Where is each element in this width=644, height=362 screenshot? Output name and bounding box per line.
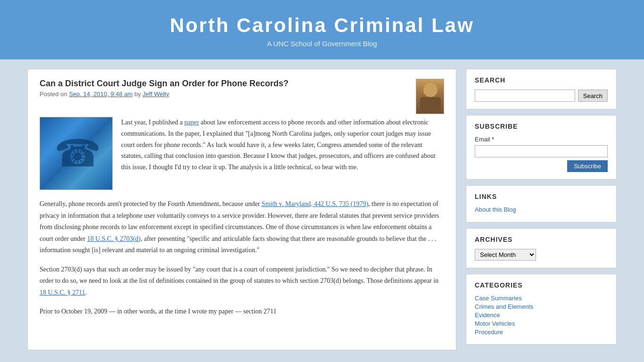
- post-date-link[interactable]: Sep. 14, 2010, 9:48 am: [69, 90, 132, 98]
- post-title-meta: Can a District Court Judge Sign an Order…: [40, 79, 289, 106]
- post-image: [40, 117, 113, 190]
- archives-select[interactable]: Select MonthOctober 2010September 2010Au…: [475, 249, 536, 261]
- search-input[interactable]: [475, 90, 575, 102]
- paper-link[interactable]: paper: [184, 119, 199, 126]
- category-link[interactable]: Procedure: [475, 329, 608, 336]
- links-section: LINKS About this Blog: [466, 185, 617, 222]
- category-link[interactable]: Evidence: [475, 312, 608, 319]
- body-paragraph-3: Prior to October 19, 2009 — in other wor…: [40, 306, 444, 318]
- main-content: Can a District Court Judge Sign an Order…: [27, 69, 456, 350]
- category-link[interactable]: Case Summaries: [475, 295, 608, 302]
- subscribe-form: Email * Subscribe: [475, 136, 608, 172]
- author-image: [416, 79, 444, 114]
- search-button[interactable]: Search: [578, 90, 608, 102]
- post-title: Can a District Court Judge Sign an Order…: [40, 79, 289, 89]
- archives-heading: ARCHIVES: [475, 236, 608, 243]
- site-subtitle: A UNC School of Government Blog: [9, 40, 635, 48]
- subscribe-section: SUBSCRIBE Email * Subscribe: [466, 115, 617, 180]
- email-input[interactable]: [475, 145, 608, 157]
- search-section: SEARCH Search: [466, 69, 617, 109]
- usc-2703d-link[interactable]: 18 U.S.C. § 2703(d): [87, 235, 141, 242]
- post-body: Generally, phone records aren't protecte…: [40, 198, 444, 318]
- smith-v-maryland-link[interactable]: Smith v. Maryland, 442 U.S. 735 (1979): [262, 200, 368, 207]
- category-link[interactable]: Motor Vehicles: [475, 320, 608, 327]
- site-title: North Carolina Criminal Law: [9, 14, 635, 37]
- post-intro-text: Last year, I published a paper about law…: [121, 117, 444, 190]
- categories-section: CATEGORIES Case SummariesCrimes and Elem…: [466, 274, 617, 345]
- search-row: Search: [475, 90, 608, 102]
- category-link[interactable]: Crimes and Elements: [475, 303, 608, 310]
- archives-section: ARCHIVES Select MonthOctober 2010Septemb…: [466, 228, 617, 268]
- page-wrapper: Can a District Court Judge Sign an Order…: [23, 69, 621, 350]
- usc-2711-link[interactable]: 18 U.S.C. § 2711: [40, 289, 85, 296]
- by-label: by: [134, 90, 141, 98]
- site-header: North Carolina Criminal Law A UNC School…: [0, 0, 644, 59]
- body-paragraph-2: Section 2703(d) says that such an order …: [40, 264, 444, 299]
- subscribe-button[interactable]: Subscribe: [567, 160, 608, 172]
- links-list: About this Blog: [475, 206, 608, 213]
- search-heading: SEARCH: [475, 76, 608, 84]
- email-label: Email *: [475, 136, 608, 143]
- post-image-container: [40, 117, 113, 190]
- links-heading: LINKS: [475, 193, 608, 200]
- body-paragraph-1: Generally, phone records aren't protecte…: [40, 198, 444, 256]
- categories-heading: CATEGORIES: [475, 281, 608, 289]
- post-header-row: Can a District Court Judge Sign an Order…: [40, 79, 444, 114]
- links-item[interactable]: About this Blog: [475, 206, 608, 213]
- posted-label: Posted on: [40, 90, 67, 98]
- categories-list: Case SummariesCrimes and ElementsEvidenc…: [475, 295, 608, 336]
- subscribe-heading: SUBSCRIBE: [475, 123, 608, 130]
- post-intro: Last year, I published a paper about law…: [40, 117, 444, 190]
- sidebar: SEARCH Search SUBSCRIBE Email * Subscrib…: [466, 69, 617, 350]
- post-meta: Posted on Sep. 14, 2010, 9:48 am by Jeff…: [40, 90, 289, 98]
- author-link[interactable]: Jeff Welty: [142, 90, 169, 98]
